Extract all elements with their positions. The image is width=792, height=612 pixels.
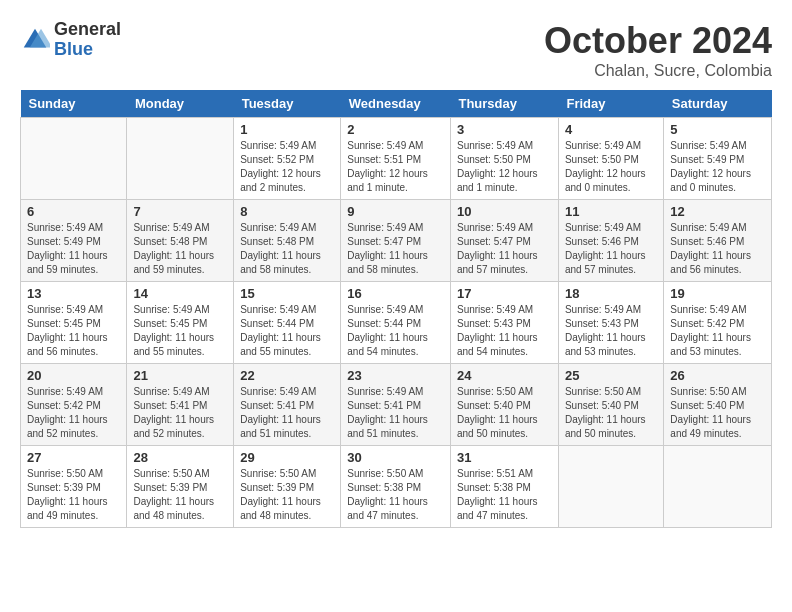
calendar-cell: 2Sunrise: 5:49 AMSunset: 5:51 PMDaylight… (341, 118, 451, 200)
day-detail: Sunrise: 5:49 AMSunset: 5:43 PMDaylight:… (565, 303, 657, 359)
day-number: 23 (347, 368, 444, 383)
day-detail: Sunrise: 5:49 AMSunset: 5:49 PMDaylight:… (670, 139, 765, 195)
month-title: October 2024 (544, 20, 772, 62)
day-of-week-header: Saturday (664, 90, 772, 118)
day-detail: Sunrise: 5:49 AMSunset: 5:46 PMDaylight:… (565, 221, 657, 277)
calendar-week-row: 13Sunrise: 5:49 AMSunset: 5:45 PMDayligh… (21, 282, 772, 364)
day-detail: Sunrise: 5:49 AMSunset: 5:51 PMDaylight:… (347, 139, 444, 195)
day-detail: Sunrise: 5:49 AMSunset: 5:41 PMDaylight:… (133, 385, 227, 441)
day-detail: Sunrise: 5:50 AMSunset: 5:40 PMDaylight:… (565, 385, 657, 441)
calendar-cell: 5Sunrise: 5:49 AMSunset: 5:49 PMDaylight… (664, 118, 772, 200)
day-number: 15 (240, 286, 334, 301)
calendar-cell: 11Sunrise: 5:49 AMSunset: 5:46 PMDayligh… (558, 200, 663, 282)
day-number: 18 (565, 286, 657, 301)
calendar-week-row: 6Sunrise: 5:49 AMSunset: 5:49 PMDaylight… (21, 200, 772, 282)
calendar-cell: 23Sunrise: 5:49 AMSunset: 5:41 PMDayligh… (341, 364, 451, 446)
day-number: 26 (670, 368, 765, 383)
logo-icon (20, 25, 50, 55)
day-number: 5 (670, 122, 765, 137)
day-of-week-header: Wednesday (341, 90, 451, 118)
calendar-table: SundayMondayTuesdayWednesdayThursdayFrid… (20, 90, 772, 528)
day-of-week-header: Tuesday (234, 90, 341, 118)
logo-text: General Blue (54, 20, 121, 60)
calendar-cell: 26Sunrise: 5:50 AMSunset: 5:40 PMDayligh… (664, 364, 772, 446)
day-number: 17 (457, 286, 552, 301)
day-detail: Sunrise: 5:50 AMSunset: 5:40 PMDaylight:… (670, 385, 765, 441)
calendar-cell: 24Sunrise: 5:50 AMSunset: 5:40 PMDayligh… (450, 364, 558, 446)
calendar-cell: 25Sunrise: 5:50 AMSunset: 5:40 PMDayligh… (558, 364, 663, 446)
calendar-header-row: SundayMondayTuesdayWednesdayThursdayFrid… (21, 90, 772, 118)
day-detail: Sunrise: 5:49 AMSunset: 5:50 PMDaylight:… (457, 139, 552, 195)
day-number: 25 (565, 368, 657, 383)
calendar-cell: 29Sunrise: 5:50 AMSunset: 5:39 PMDayligh… (234, 446, 341, 528)
day-of-week-header: Thursday (450, 90, 558, 118)
day-of-week-header: Friday (558, 90, 663, 118)
calendar-week-row: 1Sunrise: 5:49 AMSunset: 5:52 PMDaylight… (21, 118, 772, 200)
calendar-cell: 17Sunrise: 5:49 AMSunset: 5:43 PMDayligh… (450, 282, 558, 364)
day-number: 7 (133, 204, 227, 219)
calendar-cell: 13Sunrise: 5:49 AMSunset: 5:45 PMDayligh… (21, 282, 127, 364)
day-number: 9 (347, 204, 444, 219)
day-detail: Sunrise: 5:50 AMSunset: 5:38 PMDaylight:… (347, 467, 444, 523)
day-number: 4 (565, 122, 657, 137)
day-number: 10 (457, 204, 552, 219)
calendar-cell: 3Sunrise: 5:49 AMSunset: 5:50 PMDaylight… (450, 118, 558, 200)
day-number: 19 (670, 286, 765, 301)
day-number: 11 (565, 204, 657, 219)
calendar-cell: 14Sunrise: 5:49 AMSunset: 5:45 PMDayligh… (127, 282, 234, 364)
logo-general: General (54, 20, 121, 40)
calendar-cell: 28Sunrise: 5:50 AMSunset: 5:39 PMDayligh… (127, 446, 234, 528)
calendar-cell: 27Sunrise: 5:50 AMSunset: 5:39 PMDayligh… (21, 446, 127, 528)
page-header: General Blue October 2024 Chalan, Sucre,… (20, 20, 772, 80)
day-detail: Sunrise: 5:49 AMSunset: 5:43 PMDaylight:… (457, 303, 552, 359)
day-detail: Sunrise: 5:50 AMSunset: 5:39 PMDaylight:… (27, 467, 120, 523)
logo: General Blue (20, 20, 121, 60)
calendar-cell (21, 118, 127, 200)
day-detail: Sunrise: 5:49 AMSunset: 5:46 PMDaylight:… (670, 221, 765, 277)
calendar-cell: 22Sunrise: 5:49 AMSunset: 5:41 PMDayligh… (234, 364, 341, 446)
calendar-cell: 18Sunrise: 5:49 AMSunset: 5:43 PMDayligh… (558, 282, 663, 364)
day-detail: Sunrise: 5:49 AMSunset: 5:42 PMDaylight:… (670, 303, 765, 359)
day-number: 12 (670, 204, 765, 219)
day-detail: Sunrise: 5:49 AMSunset: 5:48 PMDaylight:… (133, 221, 227, 277)
day-detail: Sunrise: 5:49 AMSunset: 5:44 PMDaylight:… (347, 303, 444, 359)
day-number: 8 (240, 204, 334, 219)
day-number: 20 (27, 368, 120, 383)
day-number: 1 (240, 122, 334, 137)
calendar-cell: 20Sunrise: 5:49 AMSunset: 5:42 PMDayligh… (21, 364, 127, 446)
calendar-week-row: 20Sunrise: 5:49 AMSunset: 5:42 PMDayligh… (21, 364, 772, 446)
day-detail: Sunrise: 5:49 AMSunset: 5:45 PMDaylight:… (27, 303, 120, 359)
day-detail: Sunrise: 5:49 AMSunset: 5:49 PMDaylight:… (27, 221, 120, 277)
day-detail: Sunrise: 5:49 AMSunset: 5:45 PMDaylight:… (133, 303, 227, 359)
calendar-cell (127, 118, 234, 200)
calendar-cell: 30Sunrise: 5:50 AMSunset: 5:38 PMDayligh… (341, 446, 451, 528)
calendar-cell: 12Sunrise: 5:49 AMSunset: 5:46 PMDayligh… (664, 200, 772, 282)
calendar-cell (664, 446, 772, 528)
day-detail: Sunrise: 5:49 AMSunset: 5:44 PMDaylight:… (240, 303, 334, 359)
calendar-cell: 9Sunrise: 5:49 AMSunset: 5:47 PMDaylight… (341, 200, 451, 282)
calendar-cell: 16Sunrise: 5:49 AMSunset: 5:44 PMDayligh… (341, 282, 451, 364)
location: Chalan, Sucre, Colombia (544, 62, 772, 80)
day-of-week-header: Sunday (21, 90, 127, 118)
day-number: 29 (240, 450, 334, 465)
calendar-cell: 19Sunrise: 5:49 AMSunset: 5:42 PMDayligh… (664, 282, 772, 364)
day-detail: Sunrise: 5:50 AMSunset: 5:39 PMDaylight:… (240, 467, 334, 523)
day-number: 14 (133, 286, 227, 301)
calendar-cell: 10Sunrise: 5:49 AMSunset: 5:47 PMDayligh… (450, 200, 558, 282)
calendar-week-row: 27Sunrise: 5:50 AMSunset: 5:39 PMDayligh… (21, 446, 772, 528)
day-detail: Sunrise: 5:49 AMSunset: 5:41 PMDaylight:… (240, 385, 334, 441)
day-number: 16 (347, 286, 444, 301)
day-number: 21 (133, 368, 227, 383)
calendar-cell: 15Sunrise: 5:49 AMSunset: 5:44 PMDayligh… (234, 282, 341, 364)
calendar-cell: 4Sunrise: 5:49 AMSunset: 5:50 PMDaylight… (558, 118, 663, 200)
day-number: 22 (240, 368, 334, 383)
day-detail: Sunrise: 5:49 AMSunset: 5:47 PMDaylight:… (457, 221, 552, 277)
calendar-cell: 31Sunrise: 5:51 AMSunset: 5:38 PMDayligh… (450, 446, 558, 528)
day-detail: Sunrise: 5:49 AMSunset: 5:41 PMDaylight:… (347, 385, 444, 441)
calendar-cell (558, 446, 663, 528)
calendar-cell: 7Sunrise: 5:49 AMSunset: 5:48 PMDaylight… (127, 200, 234, 282)
calendar-cell: 21Sunrise: 5:49 AMSunset: 5:41 PMDayligh… (127, 364, 234, 446)
calendar-cell: 1Sunrise: 5:49 AMSunset: 5:52 PMDaylight… (234, 118, 341, 200)
day-number: 2 (347, 122, 444, 137)
day-number: 30 (347, 450, 444, 465)
